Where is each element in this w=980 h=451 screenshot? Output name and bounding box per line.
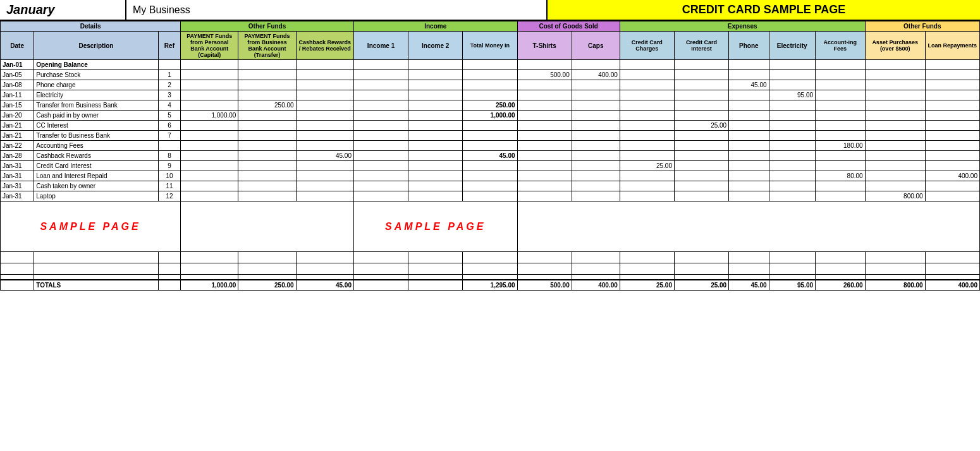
cell-desc: Transfer from Business Bank (34, 100, 158, 111)
table-cell (238, 80, 296, 90)
space-cell (674, 275, 728, 280)
table-cell (408, 191, 463, 201)
totals-cell: 400.00 (925, 280, 979, 291)
table-cell (572, 131, 620, 141)
table-row: Jan-31Credit Card Interest925.00 (1, 161, 980, 171)
table-cell (353, 141, 408, 151)
table-row: Jan-31Loan and Interest Repaid1080.00400… (1, 171, 980, 181)
totals-cell: 1,000.00 (181, 280, 238, 291)
blank-cell (158, 263, 180, 275)
main-table: Details Other Funds Income Cost of Goods… (0, 21, 980, 291)
subhdr-personal: PAYMENT Funds from Personal Bank Account… (181, 32, 238, 60)
sample-text-center: SAMPLE PAGE (353, 201, 517, 252)
blank-cell (463, 252, 517, 263)
table-cell (181, 141, 238, 151)
table-cell (296, 191, 353, 201)
cell-date: Jan-22 (1, 141, 34, 151)
table-cell (353, 100, 408, 111)
blank-cell (34, 263, 158, 275)
table-cell (769, 181, 816, 191)
table-cell (238, 111, 296, 121)
table-cell (769, 60, 816, 70)
blank-cell (816, 263, 866, 275)
table-cell (238, 60, 296, 70)
table-cell (769, 131, 816, 141)
table-cell (865, 171, 925, 181)
table-cell (463, 171, 517, 181)
totals-cell: 45.00 (296, 280, 353, 291)
table-cell (353, 70, 408, 80)
table-cell (517, 80, 572, 90)
space-cell (1, 275, 34, 280)
space-cell (181, 275, 238, 280)
table-row: Jan-22Accounting Fees180.00 (1, 141, 980, 151)
table-row: Jan-05Purchase Stock1500.00400.00 (1, 70, 980, 80)
table-cell (816, 80, 866, 90)
blank-cell (408, 252, 463, 263)
table-cell (816, 111, 866, 121)
table-cell (816, 121, 866, 131)
blank-cell (181, 252, 238, 263)
table-row: Jan-28Cashback Rewards845.0045.00 (1, 151, 980, 161)
table-cell (925, 191, 979, 201)
table-cell: 45.00 (296, 151, 353, 161)
table-cell (572, 80, 620, 90)
table-cell (729, 141, 769, 151)
header-otherfunds2: Other Funds (865, 21, 979, 32)
table-cell (572, 141, 620, 151)
sub-header-row: Date Description Ref PAYMENT Funds from … (1, 32, 980, 60)
table-cell (181, 80, 238, 90)
table-cell (353, 171, 408, 181)
table-cell (238, 131, 296, 141)
table-cell (408, 121, 463, 131)
table-cell (674, 70, 728, 80)
header-otherfunds: Other Funds (181, 21, 354, 32)
table-cell (517, 141, 572, 151)
table-cell (572, 151, 620, 161)
table-cell (238, 191, 296, 201)
table-cell (181, 171, 238, 181)
table-cell (408, 100, 463, 111)
subhdr-description: Description (34, 32, 158, 60)
table-cell (674, 100, 728, 111)
cell-date: Jan-21 (1, 121, 34, 131)
table-cell (296, 100, 353, 111)
table-cell (620, 141, 674, 151)
cell-date: Jan-31 (1, 181, 34, 191)
table-cell (865, 80, 925, 90)
table-cell (865, 131, 925, 141)
table-cell (181, 181, 238, 191)
table-cell (925, 80, 979, 90)
subhdr-loanrepay: Loan Repayments (925, 32, 979, 60)
cell-ref (158, 60, 180, 70)
top-bar: January My Business CREDIT CARD SAMPLE P… (0, 0, 980, 21)
blank-cell (158, 252, 180, 263)
table-cell (816, 60, 866, 70)
cell-ref (158, 141, 180, 151)
table-cell: 250.00 (238, 100, 296, 111)
blank-cell (620, 263, 674, 275)
table-row: Jan-15Transfer from Business Bank4250.00… (1, 100, 980, 111)
blank-cell (620, 252, 674, 263)
cell-desc: Laptop (34, 191, 158, 201)
cell-desc: Transfer to Business Bank (34, 131, 158, 141)
table-cell (517, 111, 572, 121)
table-cell (463, 80, 517, 90)
table-cell (769, 121, 816, 131)
space-cell (158, 275, 180, 280)
space-cell (620, 275, 674, 280)
totals-cell: 260.00 (816, 280, 866, 291)
table-cell (572, 100, 620, 111)
table-cell (353, 181, 408, 191)
table-cell (674, 80, 728, 90)
table-cell (729, 121, 769, 131)
space-cell (408, 275, 463, 280)
cell-desc: Cash taken by owner (34, 181, 158, 191)
table-cell (729, 131, 769, 141)
totals-cell (408, 280, 463, 291)
space-cell (238, 275, 296, 280)
table-cell (620, 60, 674, 70)
table-cell: 80.00 (816, 171, 866, 181)
space-cell (517, 275, 572, 280)
table-cell (353, 151, 408, 161)
